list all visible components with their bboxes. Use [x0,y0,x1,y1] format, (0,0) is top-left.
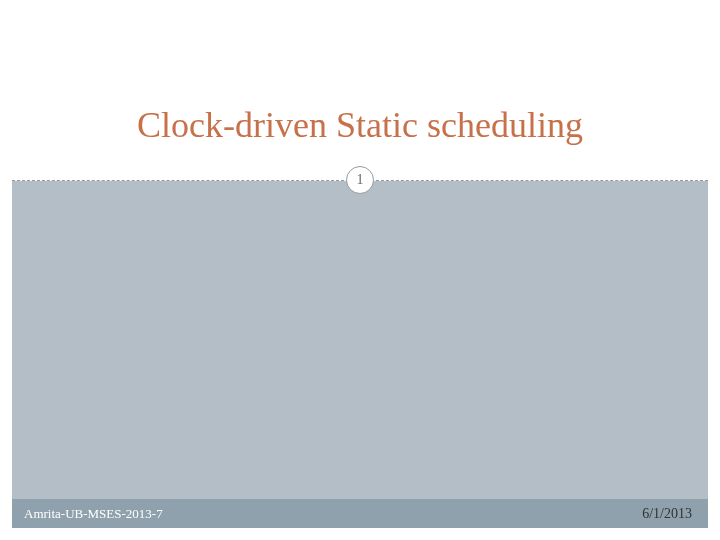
page-number: 1 [357,172,364,188]
footer-text: Amrita-UB-MSES-2013-7 [24,506,163,522]
slide-title: Clock-driven Static scheduling [0,104,720,146]
date-label: 6/1/2013 [642,506,692,522]
page-number-badge: 1 [346,166,374,194]
upper-section: Clock-driven Static scheduling [0,0,720,180]
footer-bar: Amrita-UB-MSES-2013-7 [12,499,708,528]
lower-section [12,181,708,499]
